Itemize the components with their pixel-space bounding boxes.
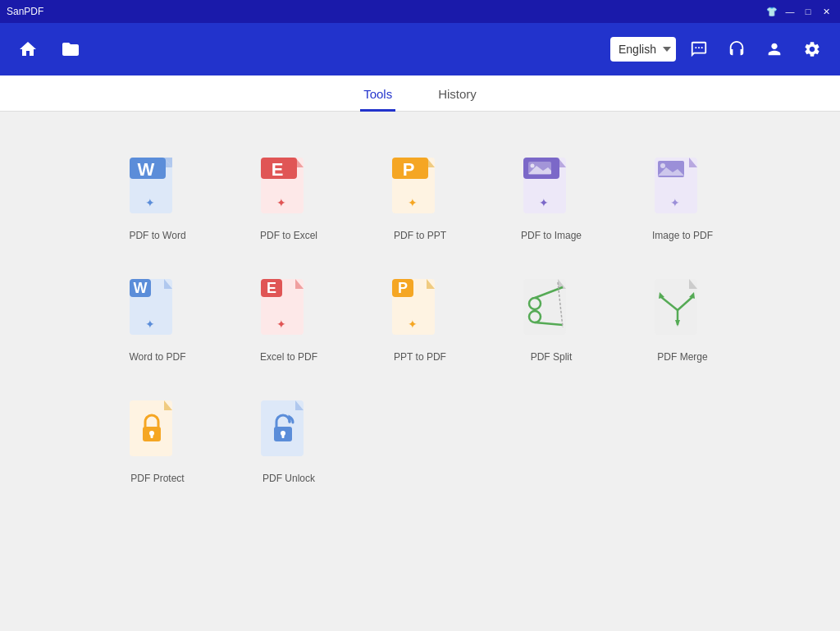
language-selector[interactable]: English — [610, 37, 676, 62]
svg-text:✦: ✦ — [276, 318, 286, 331]
tool-pdf-merge-label: PDF Merge — [657, 351, 707, 363]
tool-pdf-split[interactable]: PDF Split — [486, 258, 617, 379]
pdf-merge-icon — [653, 274, 712, 343]
titlebar: SanPDF 👕 — □ ✕ — [0, 0, 840, 23]
header-left — [13, 34, 85, 64]
window-controls: 👕 — □ ✕ — [765, 4, 833, 19]
svg-text:✦: ✦ — [408, 196, 418, 209]
svg-text:W: W — [134, 280, 148, 296]
pdf-to-ppt-icon: P ✦ — [390, 153, 450, 222]
app-title: SanPDF — [7, 6, 43, 17]
tool-pdf-to-word[interactable]: W ✦ PDF to Word — [92, 136, 223, 258]
svg-text:P: P — [403, 159, 415, 180]
tool-pdf-to-image[interactable]: ✦ PDF to Image — [486, 136, 617, 258]
message-button[interactable] — [684, 34, 714, 64]
pdf-to-excel-icon: E ✦ — [259, 153, 318, 222]
tool-word-to-pdf[interactable]: W ✦ Word to PDF — [92, 258, 223, 379]
home-button[interactable] — [13, 34, 43, 64]
tool-pdf-to-ppt-label: PDF to PPT — [394, 230, 446, 241]
tool-pdf-split-label: PDF Split — [531, 351, 573, 363]
ppt-to-pdf-icon: P ✦ — [390, 274, 450, 343]
svg-rect-63 — [151, 434, 153, 438]
word-to-pdf-icon: W ✦ — [128, 274, 187, 343]
minimize-button[interactable]: — — [783, 4, 797, 19]
tool-ppt-to-pdf-label: PPT to PDF — [394, 351, 446, 363]
settings-button[interactable] — [797, 34, 827, 64]
svg-text:✦: ✦ — [276, 196, 286, 209]
pdf-unlock-icon — [259, 396, 318, 464]
excel-to-pdf-icon: E ✦ — [259, 274, 318, 343]
svg-text:E: E — [267, 280, 276, 296]
main-content: W ✦ PDF to Word E ✦ PDF to Excel — [0, 112, 840, 631]
tools-grid: W ✦ PDF to Word E ✦ PDF to Excel — [92, 136, 748, 501]
svg-rect-68 — [282, 434, 285, 438]
tool-ppt-to-pdf[interactable]: P ✦ PPT to PDF — [354, 258, 486, 379]
tool-excel-to-pdf-label: Excel to PDF — [260, 351, 317, 363]
tool-pdf-to-excel[interactable]: E ✦ PDF to Excel — [223, 136, 354, 258]
folder-button[interactable] — [56, 34, 85, 64]
svg-text:✦: ✦ — [145, 318, 155, 331]
svg-point-20 — [531, 164, 535, 168]
close-button[interactable]: ✕ — [819, 4, 833, 19]
empty-cell-3 — [617, 379, 748, 501]
empty-cell-2 — [486, 379, 617, 501]
tool-pdf-to-image-label: PDF to Image — [521, 230, 582, 241]
svg-text:E: E — [272, 159, 284, 180]
svg-text:W: W — [138, 159, 155, 180]
pdf-to-image-icon: ✦ — [522, 153, 581, 222]
svg-point-26 — [660, 163, 665, 168]
tab-tools[interactable]: Tools — [360, 79, 395, 112]
tool-word-to-pdf-label: Word to PDF — [129, 351, 185, 363]
tool-pdf-to-word-label: PDF to Word — [129, 230, 185, 241]
svg-text:✦: ✦ — [670, 196, 680, 209]
svg-text:✦: ✦ — [145, 196, 155, 209]
tool-pdf-protect[interactable]: PDF Protect — [92, 379, 223, 501]
tool-pdf-protect-label: PDF Protect — [130, 473, 184, 484]
tool-pdf-to-ppt[interactable]: P ✦ PDF to PPT — [354, 136, 486, 258]
tool-pdf-unlock-label: PDF Unlock — [262, 473, 315, 484]
svg-text:✦: ✦ — [408, 318, 418, 331]
tool-pdf-merge[interactable]: PDF Merge — [617, 258, 748, 379]
headphone-button[interactable] — [722, 34, 751, 64]
maximize-button[interactable]: □ — [801, 4, 815, 19]
pdf-split-icon — [522, 274, 581, 343]
tab-history[interactable]: History — [435, 79, 480, 112]
tool-pdf-to-excel-label: PDF to Excel — [260, 230, 317, 241]
tool-image-to-pdf-label: Image to PDF — [652, 230, 713, 241]
header: English — [0, 23, 840, 75]
svg-text:P: P — [398, 280, 408, 296]
tabs-bar: Tools History — [0, 75, 840, 112]
svg-text:✦: ✦ — [539, 196, 549, 209]
pdf-protect-icon — [128, 396, 187, 464]
pdf-to-word-icon: W ✦ — [128, 153, 187, 222]
user-button[interactable] — [760, 34, 789, 64]
empty-cell-1 — [354, 379, 486, 501]
image-to-pdf-icon: ✦ — [653, 153, 712, 222]
tool-pdf-unlock[interactable]: PDF Unlock — [223, 379, 354, 501]
tool-image-to-pdf[interactable]: ✦ Image to PDF — [617, 136, 748, 258]
header-right: English — [610, 34, 827, 64]
tool-excel-to-pdf[interactable]: E ✦ Excel to PDF — [223, 258, 354, 379]
shirt-icon[interactable]: 👕 — [765, 4, 779, 19]
